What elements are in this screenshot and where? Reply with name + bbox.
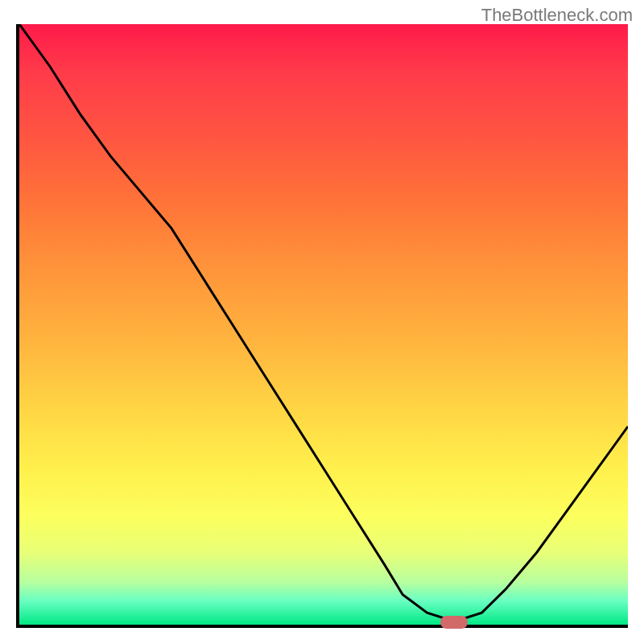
- chart-optimal-marker: [440, 616, 468, 629]
- watermark-text: TheBottleneck.com: [481, 5, 633, 26]
- bottleneck-curve-line: [19, 24, 628, 619]
- chart-plot-area: [16, 24, 628, 628]
- chart-curve-svg: [19, 24, 628, 625]
